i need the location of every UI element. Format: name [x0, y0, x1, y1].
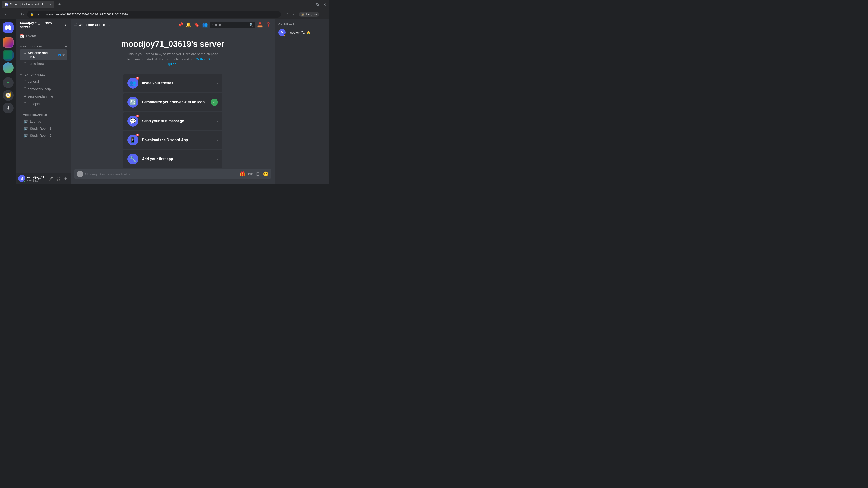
channel-settings-icon[interactable]: ⚙ — [62, 53, 65, 57]
notification-button[interactable]: 🔔 — [185, 22, 192, 28]
bookmark-button[interactable]: 🔖 — [193, 22, 200, 28]
download-app-icon: 📱 — [129, 137, 136, 143]
personalize-icon: 🔄 — [129, 99, 136, 105]
channel-item-session-planning[interactable]: # session-planning — [20, 93, 67, 100]
address-url: discord.com/channels/1182725800202616983… — [36, 13, 128, 16]
channel-item-lounge[interactable]: 🔊 Lounge — [20, 118, 67, 125]
add-server-icon: + — [7, 80, 10, 86]
members-online-category: ONLINE — 1 — [277, 23, 327, 26]
forward-button[interactable]: › — [11, 11, 17, 18]
setup-card-personalize[interactable]: 🔄 Personalize your server with an icon ✓ — [123, 93, 222, 111]
sticker-icon[interactable]: 🗒 — [256, 171, 260, 177]
category-header-information[interactable]: ▼ INFORMATION + — [18, 43, 69, 50]
nav-actions: ☆ ▭ 🕵 Incognito ⋮ — [284, 11, 327, 18]
member-item-moodjoy[interactable]: M moodjoy_71 👑 — [277, 28, 327, 37]
channel-list: 📅 Events ▼ INFORMATION + # welcome-and-r… — [16, 30, 70, 173]
more-options-button[interactable]: ⋮ — [320, 11, 327, 18]
lock-icon: 🔒 — [30, 13, 34, 16]
server-name: moodjoy71_03619's server — [20, 21, 62, 29]
channel-hash-icon: # — [24, 79, 26, 84]
category-name-text: TEXT CHANNELS — [23, 73, 45, 76]
members-sidebar: ONLINE — 1 M moodjoy_71 👑 — [275, 20, 329, 184]
back-button[interactable]: ‹ — [3, 11, 9, 18]
channel-action-icons: 👥 ⚙ — [57, 53, 65, 57]
browser-chrome: Discord | #welcome-and-rules | ✕ + — ⧉ ✕… — [0, 0, 329, 20]
deafen-button[interactable]: 🎧 — [55, 175, 61, 182]
download-card-icon: 📱 1 — [127, 135, 138, 145]
message-card-icon: 💬 ! — [127, 116, 138, 127]
server-icon-home[interactable] — [3, 22, 13, 33]
cast-button[interactable]: ▭ — [291, 11, 298, 18]
channel-hash-icon: # — [24, 101, 26, 106]
download-card-text: Download the Discord App — [142, 138, 213, 142]
category-header-voice[interactable]: ▼ VOICE CHANNELS + — [18, 112, 69, 118]
server-header[interactable]: moodjoy71_03619's server ∨ — [16, 20, 70, 30]
channel-members-icon[interactable]: 👥 — [57, 53, 61, 57]
category-add-voice-button[interactable]: + — [65, 113, 67, 117]
server-icon-2[interactable] — [3, 50, 13, 61]
channel-item-study-room-2[interactable]: 🔊 Study Room 2 — [20, 132, 67, 139]
channel-item-name-here[interactable]: # name-here — [20, 60, 67, 67]
message-input[interactable]: Message #welcome-and-rules — [85, 172, 238, 176]
setup-card-message[interactable]: 💬 ! Send your first message › — [123, 112, 222, 130]
channel-name-study2: Study Room 2 — [30, 133, 51, 137]
server-icon-discover[interactable]: 🧭 — [3, 90, 13, 101]
mute-button[interactable]: 🎤 — [48, 175, 54, 182]
browser-nav: ‹ › ↻ 🔒 discord.com/channels/11827258002… — [0, 9, 329, 20]
new-tab-button[interactable]: + — [56, 1, 63, 8]
search-placeholder: Search — [212, 23, 248, 26]
tab-close-button[interactable]: ✕ — [49, 3, 52, 6]
tab-favicon — [4, 3, 8, 6]
channel-name-lounge: Lounge — [30, 120, 41, 123]
window-maximize-button[interactable]: ⧉ — [315, 2, 320, 7]
emoji-icon[interactable]: 😊 — [263, 171, 269, 177]
incognito-button[interactable]: 🕵 Incognito — [299, 12, 319, 17]
inbox-button[interactable]: 📥 — [257, 22, 263, 28]
refresh-button[interactable]: ↻ — [19, 11, 25, 18]
category-name-information: INFORMATION — [23, 45, 41, 48]
apps-card-title: Add your first app — [142, 157, 213, 161]
members-button[interactable]: 👥 — [202, 22, 208, 28]
members-icon: 👥 — [202, 22, 208, 28]
window-minimize-button[interactable]: — — [307, 2, 313, 7]
channel-item-homework-help[interactable]: # homework-help — [20, 85, 67, 93]
channel-item-off-topic[interactable]: # off-topic — [20, 100, 67, 107]
channel-item-welcome-and-rules[interactable]: # welcome-and-rules 👥 ⚙ — [20, 50, 67, 60]
gift-icon[interactable]: 🎁 — [240, 171, 245, 177]
welcome-area: moodjoy71_03619's server This is your br… — [70, 30, 275, 169]
channel-hash-icon: # — [24, 53, 26, 57]
channel-item-study-room-1[interactable]: 🔊 Study Room 1 — [20, 125, 67, 132]
voice-icon: 🔊 — [24, 119, 28, 124]
server-icon-download[interactable]: ⬇ — [3, 103, 13, 113]
category-header-text[interactable]: ▼ TEXT CHANNELS + — [18, 72, 69, 78]
window-close-button[interactable]: ✕ — [322, 2, 327, 7]
channel-name-offtopic: off-topic — [28, 102, 39, 106]
apps-card-text: Add your first app — [142, 157, 213, 161]
setup-card-download[interactable]: 📱 1 Download the Discord App › — [123, 131, 222, 149]
setup-card-apps[interactable]: 🔧 Add your first app › — [123, 150, 222, 168]
message-add-button[interactable]: + — [77, 171, 83, 177]
header-search[interactable]: Search 🔍 — [210, 22, 255, 28]
browser-tab-active[interactable]: Discord | #welcome-and-rules | ✕ — [2, 1, 55, 8]
pin-button[interactable]: 📌 — [177, 22, 184, 28]
download-chevron-icon: › — [217, 138, 218, 142]
bookmark-star-button[interactable]: ☆ — [284, 11, 291, 18]
help-icon: ❓ — [266, 22, 271, 28]
deafen-icon: 🎧 — [56, 176, 61, 181]
user-avatar-letter: M — [20, 177, 23, 180]
channel-item-general[interactable]: # general — [20, 78, 67, 85]
setup-card-invite[interactable]: 👥 1 Invite your friends › — [123, 74, 222, 92]
gif-icon[interactable]: GIF — [248, 172, 253, 176]
events-item[interactable]: 📅 Events — [16, 32, 70, 40]
voice-icon: 🔊 — [24, 133, 28, 138]
server-icon-1[interactable] — [3, 37, 13, 48]
settings-button[interactable]: ⚙ — [62, 175, 69, 182]
help-button[interactable]: ❓ — [265, 22, 271, 28]
category-chevron-text-icon: ▼ — [20, 74, 22, 76]
category-add-button[interactable]: + — [65, 44, 67, 48]
address-bar[interactable]: 🔒 discord.com/channels/11827258002026169… — [27, 11, 281, 18]
server-icon-add[interactable]: + — [3, 77, 13, 88]
category-add-text-button[interactable]: + — [65, 73, 67, 77]
server-icon-3[interactable] — [3, 62, 13, 73]
user-actions: 🎤 🎧 ⚙ — [48, 175, 69, 182]
